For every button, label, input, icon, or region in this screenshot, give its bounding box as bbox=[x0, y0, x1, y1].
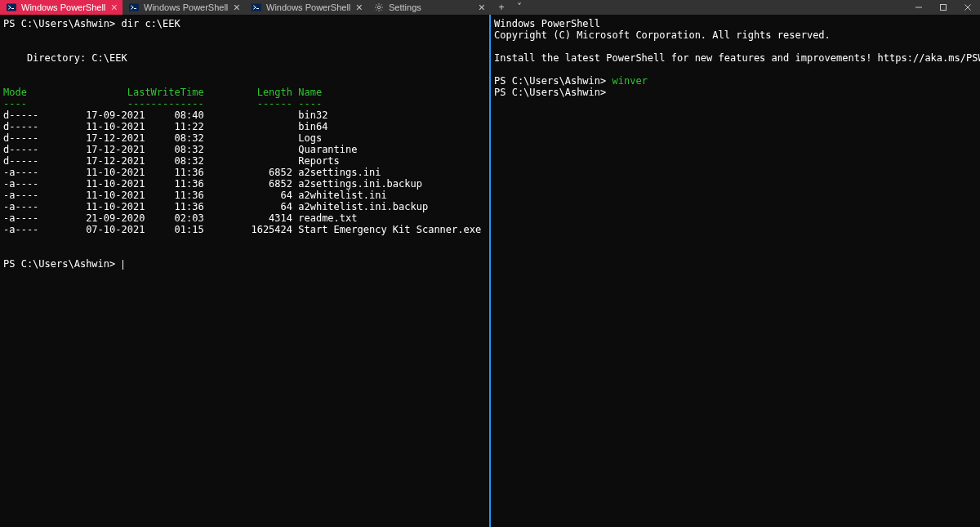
prompt: PS C:\Users\Ashwin> bbox=[3, 258, 115, 270]
tab-label: Windows PowerShell bbox=[266, 2, 361, 12]
minimize-button[interactable] bbox=[906, 0, 931, 15]
terminal-pane-left[interactable]: PS C:\Users\Ashwin> dir c:\EEK Directory… bbox=[0, 15, 491, 527]
gear-icon bbox=[374, 2, 384, 12]
tab-settings[interactable]: Settings × bbox=[368, 0, 490, 15]
svg-line-11 bbox=[376, 9, 376, 10]
terminal-pane-right[interactable]: Windows PowerShell Copyright (C) Microso… bbox=[491, 15, 980, 527]
table-row: d----- 17-09-2021 08:40 bin32 bbox=[3, 109, 327, 121]
table-row: -a---- 11-10-2021 11:36 6852 a2settings.… bbox=[3, 178, 422, 190]
plus-icon: + bbox=[498, 2, 504, 13]
table-row: d----- 17-12-2021 08:32 Logs bbox=[3, 132, 322, 144]
table-row: -a---- 11-10-2021 11:36 64 a2whitelist.i… bbox=[3, 201, 428, 212]
table-row: d----- 17-12-2021 08:32 Quarantine bbox=[3, 144, 357, 155]
table-header: Mode LastWriteTime Length Name bbox=[3, 87, 322, 98]
close-icon[interactable]: × bbox=[234, 2, 240, 13]
svg-rect-13 bbox=[941, 5, 947, 11]
output-line: Install the latest PowerShell for new fe… bbox=[494, 52, 980, 64]
svg-line-9 bbox=[381, 9, 381, 10]
tab-label: Windows PowerShell bbox=[144, 2, 238, 12]
terminal-panes: PS C:\Users\Ashwin> dir c:\EEK Directory… bbox=[0, 15, 980, 527]
svg-point-3 bbox=[377, 6, 380, 8]
tabbar-actions: + ˅ bbox=[490, 0, 528, 15]
prompt: PS C:\Users\Ashwin> bbox=[494, 75, 606, 87]
directory-header: Directory: C:\EEK bbox=[3, 52, 127, 64]
command-text: winver bbox=[612, 75, 648, 87]
prompt: PS C:\Users\Ashwin> bbox=[494, 87, 606, 98]
table-row: -a---- 07-10-2021 01:15 1625424 Start Em… bbox=[3, 224, 481, 235]
tab-powershell-2[interactable]: Windows PowerShell × bbox=[122, 0, 245, 15]
table-row: -a---- 21-09-2020 02:03 4314 readme.txt bbox=[3, 212, 357, 224]
table-header-underline: ---- ------------- ------ ---- bbox=[3, 98, 322, 109]
tab-powershell-1[interactable]: Windows PowerShell × bbox=[0, 0, 122, 15]
chevron-down-icon: ˅ bbox=[517, 2, 522, 13]
new-tab-button[interactable]: + bbox=[493, 0, 510, 15]
output-line: Windows PowerShell bbox=[494, 18, 600, 29]
close-icon[interactable]: × bbox=[356, 2, 363, 13]
command-text: dir c:\EEK bbox=[122, 18, 180, 29]
window-controls bbox=[906, 0, 980, 15]
close-window-button[interactable] bbox=[956, 0, 980, 15]
tab-powershell-3[interactable]: Windows PowerShell × bbox=[245, 0, 368, 15]
prompt: PS C:\Users\Ashwin> bbox=[3, 18, 115, 29]
tab-label: Windows PowerShell bbox=[21, 2, 116, 12]
tab-dropdown-button[interactable]: ˅ bbox=[511, 0, 528, 15]
close-icon[interactable]: × bbox=[111, 2, 118, 13]
svg-line-10 bbox=[381, 4, 381, 5]
powershell-icon bbox=[7, 2, 16, 12]
output-line: Copyright (C) Microsoft Corporation. All… bbox=[494, 29, 831, 41]
close-icon[interactable]: × bbox=[479, 2, 485, 13]
table-row: -a---- 11-10-2021 11:36 6852 a2settings.… bbox=[3, 167, 381, 178]
svg-line-8 bbox=[376, 4, 376, 5]
table-row: -a---- 11-10-2021 11:36 64 a2whitelist.i… bbox=[3, 190, 387, 201]
powershell-icon bbox=[252, 2, 261, 12]
table-row: d----- 11-10-2021 11:22 bin64 bbox=[3, 121, 327, 132]
cursor bbox=[122, 260, 123, 270]
powershell-icon bbox=[129, 2, 139, 12]
table-row: d----- 17-12-2021 08:32 Reports bbox=[3, 155, 340, 167]
tab-bar: Windows PowerShell × Windows PowerShell … bbox=[0, 0, 980, 15]
maximize-button[interactable] bbox=[931, 0, 956, 15]
tab-label: Settings bbox=[389, 2, 483, 12]
